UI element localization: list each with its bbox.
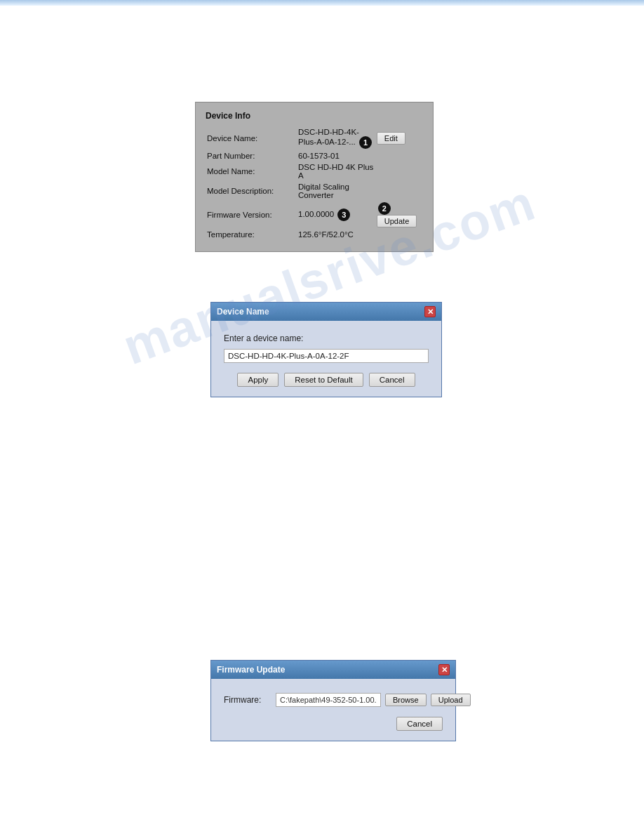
firmware-buttons-row: Cancel — [224, 717, 443, 731]
firmware-dialog-close-button[interactable]: ✕ — [438, 664, 450, 675]
device-info-title: Device Info — [206, 111, 423, 121]
firmware-dialog-title: Firmware Update — [217, 665, 285, 675]
model-description-value: Digital Scaling Converter — [297, 181, 375, 201]
model-name-value: DSC HD-HD 4K Plus A — [297, 161, 375, 181]
device-info-panel: Device Info Device Name: DSC-HD-HD-4K-Pl… — [195, 102, 434, 252]
reset-to-default-button[interactable]: Reset to Default — [284, 373, 363, 387]
device-name-input[interactable] — [224, 349, 429, 363]
dialog-label: Enter a device name: — [224, 333, 429, 343]
table-row: Temperature: 125.6°F/52.0°C — [206, 229, 423, 240]
table-row: Firmware Version: 1.00.0000 3 2 Update — [206, 201, 423, 229]
update-button[interactable]: Update — [377, 215, 417, 227]
firmware-input-row: Firmware: Browse Upload — [224, 693, 443, 707]
device-name-dialog: Device Name ✕ Enter a device name: Apply… — [210, 302, 442, 397]
table-row: Model Description: Digital Scaling Conve… — [206, 181, 423, 201]
temperature-label: Temperature: — [206, 229, 297, 240]
device-name-value: DSC-HD-HD-4K-Plus-A-0A-12-... 1 — [297, 126, 375, 150]
firmware-version-label: Firmware Version: — [206, 201, 297, 229]
browse-button[interactable]: Browse — [385, 694, 427, 706]
apply-button[interactable]: Apply — [237, 373, 279, 387]
table-row: Model Name: DSC HD-HD 4K Plus A — [206, 161, 423, 181]
model-name-label: Model Name: — [206, 161, 297, 181]
upload-button[interactable]: Upload — [431, 694, 471, 706]
table-row: Part Number: 60-1573-01 — [206, 150, 423, 161]
model-description-label: Model Description: — [206, 181, 297, 201]
temperature-value: 125.6°F/52.0°C — [297, 229, 375, 240]
firmware-path-input[interactable] — [276, 693, 381, 707]
cancel-button[interactable]: Cancel — [369, 373, 415, 387]
firmware-dialog-title-bar: Firmware Update ✕ — [211, 661, 455, 679]
table-row: Device Name: DSC-HD-HD-4K-Plus-A-0A-12-.… — [206, 126, 423, 150]
badge-2: 2 — [378, 202, 391, 215]
firmware-label: Firmware: — [224, 695, 271, 705]
top-bar — [0, 0, 644, 6]
device-info-table: Device Name: DSC-HD-HD-4K-Plus-A-0A-12-.… — [206, 126, 423, 240]
badge-3: 3 — [337, 208, 350, 221]
dialog-title-bar: Device Name ✕ — [211, 303, 441, 321]
edit-button[interactable]: Edit — [377, 132, 405, 145]
dialog-buttons: Apply Reset to Default Cancel — [224, 373, 429, 387]
part-number-value: 60-1573-01 — [297, 150, 375, 161]
badge-1: 1 — [359, 136, 372, 149]
firmware-version-value: 1.00.0000 3 — [297, 201, 375, 229]
dialog-title: Device Name — [217, 307, 269, 317]
dialog-close-button[interactable]: ✕ — [424, 306, 436, 317]
firmware-update-dialog: Firmware Update ✕ Firmware: Browse Uploa… — [210, 660, 456, 741]
firmware-dialog-body: Firmware: Browse Upload Cancel — [211, 679, 455, 741]
device-name-label: Device Name: — [206, 126, 297, 150]
dialog-body: Enter a device name: Apply Reset to Defa… — [211, 321, 441, 397]
part-number-label: Part Number: — [206, 150, 297, 161]
firmware-cancel-button[interactable]: Cancel — [396, 717, 443, 731]
